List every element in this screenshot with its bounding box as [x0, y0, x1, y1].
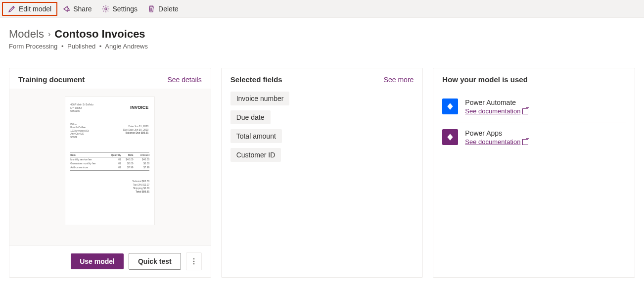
see-more-link[interactable]: See more [384, 76, 414, 84]
meta-status: Published [67, 43, 95, 50]
usage-app-name: Power Automate [465, 99, 528, 106]
trash-icon [147, 5, 155, 13]
field-chip[interactable]: Invoice number [230, 92, 290, 105]
usage-list: Power AutomateSee documentation Power Ap… [433, 89, 635, 277]
document-preview[interactable]: INVOICE 4567 Main St Buffalo NY, 98052 5… [65, 97, 155, 225]
app-icon [442, 129, 458, 145]
meta-line: Form Processing • Published • Angie Andr… [9, 43, 635, 50]
usage-app-name: Power Apps [465, 129, 528, 137]
settings-button[interactable]: Settings [97, 3, 143, 15]
doc-table: Item Quantity Rate Amount Monthly servic… [70, 152, 149, 171]
training-card: Training document See details INVOICE 45… [9, 68, 211, 278]
delete-button[interactable]: Delete [142, 3, 183, 15]
edit-icon [8, 5, 16, 13]
field-chip[interactable]: Customer ID [230, 148, 281, 162]
use-model-button[interactable]: Use model [71, 253, 124, 269]
see-documentation-link[interactable]: See documentation [465, 138, 528, 146]
chevron-right-icon: › [48, 30, 50, 39]
meta-owner: Angie Andrews [105, 43, 148, 50]
field-chip[interactable]: Due date [230, 110, 271, 124]
usage-card: How your model is used Power AutomateSee… [433, 68, 635, 278]
more-vertical-icon [193, 257, 195, 265]
cards-row: Training document See details INVOICE 45… [9, 68, 635, 278]
training-card-title: Training document [18, 75, 85, 84]
quick-test-button[interactable]: Quick test [129, 253, 181, 270]
command-bar: Edit model Share Settings Delete [0, 0, 644, 18]
meta-type: Form Processing [9, 43, 57, 50]
fields-card: Selected fields See more Invoice numberD… [221, 68, 423, 278]
doc-totals: Subtotal $83.50 Tax (3%) $2.07 Shipping … [70, 180, 149, 194]
share-label: Share [73, 5, 92, 13]
delete-label: Delete [158, 5, 178, 13]
share-icon [62, 5, 70, 13]
fields-list: Invoice numberDue dateTotal amountCustom… [222, 89, 423, 277]
usage-item: Power AutomateSee documentation [442, 92, 626, 122]
svg-point-3 [193, 263, 194, 265]
see-details-link[interactable]: See details [167, 76, 201, 84]
edit-model-button[interactable]: Edit model [2, 2, 57, 16]
page-content: Models › Contoso Invoices Form Processin… [0, 18, 644, 288]
app-icon [442, 99, 458, 114]
external-link-icon [522, 139, 528, 145]
usage-item: Power AppsSee documentation [442, 122, 626, 152]
see-documentation-link[interactable]: See documentation [465, 107, 528, 115]
svg-point-1 [193, 258, 194, 260]
edit-model-label: Edit model [19, 5, 51, 13]
breadcrumb: Models › Contoso Invoices [9, 28, 635, 41]
external-link-icon [522, 108, 528, 114]
share-button[interactable]: Share [57, 3, 96, 15]
settings-label: Settings [113, 5, 138, 13]
svg-point-0 [104, 7, 106, 9]
doc-invoice-label: INVOICE [130, 105, 148, 110]
breadcrumb-root[interactable]: Models [9, 28, 44, 41]
page-title: Contoso Invoices [54, 28, 145, 41]
svg-point-2 [193, 261, 194, 262]
gear-icon [102, 5, 110, 13]
field-chip[interactable]: Total amount [230, 129, 282, 143]
more-actions-button[interactable] [186, 252, 202, 270]
doc-dates: Date Jun 01, 2020 Due Date Jun 30, 2020 … [123, 125, 148, 135]
fields-card-title: Selected fields [230, 75, 282, 84]
usage-card-title: How your model is used [442, 75, 528, 84]
